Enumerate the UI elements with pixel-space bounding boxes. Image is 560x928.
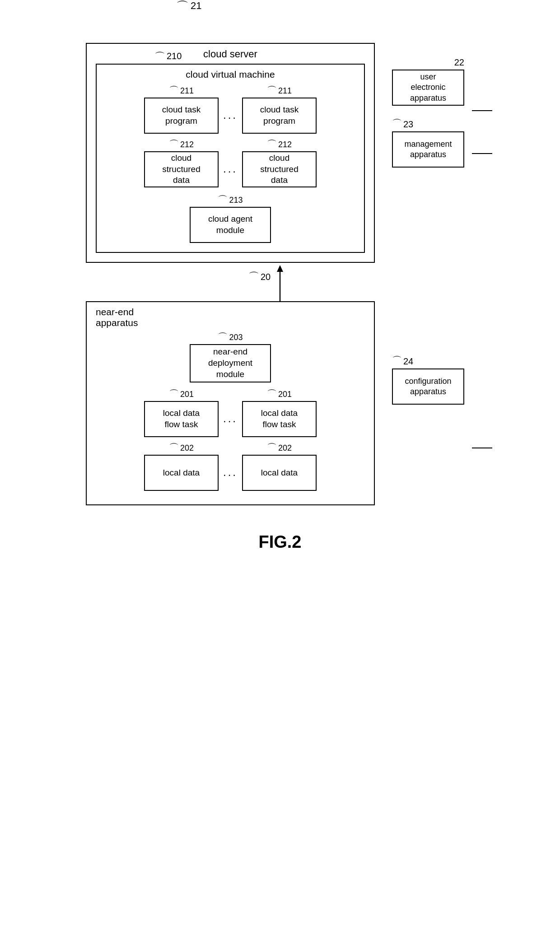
near-end-deployment-wrapper: ⌒ 203 near-end deployment module — [96, 333, 365, 382]
cloud-task-program-box-1: cloud task program — [144, 98, 219, 134]
management-apparatus-wrapper: ⌒ 23 management apparatus — [392, 119, 464, 168]
local-data-flow-task-label-2: local data flow task — [261, 408, 298, 430]
management-apparatus-box: management apparatus — [392, 131, 464, 168]
dots-4: ... — [223, 456, 238, 479]
local-data-box-1: local data — [144, 455, 219, 491]
cloud-structured-data-label-1: cloud structured data — [162, 153, 200, 186]
config-connection-svg — [472, 441, 560, 455]
cloud-task-programs-row: ⌒ 211 cloud task program ... ⌒ 211 — [106, 86, 355, 134]
ref-202a-number: 202 — [180, 443, 194, 453]
ref-211b-number: 211 — [278, 86, 292, 96]
upward-arrow-svg — [271, 263, 289, 301]
svg-marker-3 — [277, 265, 283, 272]
ref-212b-number: 212 — [278, 140, 292, 149]
cloud-vm-label: cloud virtual machine — [106, 69, 355, 80]
ref-211a-number: 211 — [180, 86, 194, 96]
arrow-section: ⌒ 20 — [86, 263, 474, 301]
cloud-structured-data-label-2: cloud structured data — [260, 153, 298, 186]
diagram-container: ⌒ 21 cloud server ⌒ 210 cloud virtual ma… — [77, 18, 483, 552]
cloud-server-box: cloud server ⌒ 210 cloud virtual machine… — [86, 43, 375, 263]
cloud-structured-data-box-2: cloud structured data — [242, 151, 317, 187]
config-apparatus-wrapper: ⌒ 24 configuration apparatus — [392, 356, 464, 405]
cloud-structured-data-box-1: cloud structured data — [144, 151, 219, 187]
cloud-server-label: cloud server — [96, 48, 365, 60]
fig-label: FIG.2 — [258, 532, 301, 552]
ref-212a-number: 212 — [180, 140, 194, 149]
local-data-label-1: local data — [163, 467, 200, 479]
ref-20-label: ⌒ 20 — [248, 272, 271, 282]
ref-21-label: ⌒ 21 — [176, 0, 201, 12]
dots-2: ... — [223, 153, 238, 175]
local-data-flow-task-box-1: local data flow task — [144, 401, 219, 437]
cloud-agent-module-label: cloud agent module — [208, 214, 252, 236]
local-data-flow-task-label-1: local data flow task — [163, 408, 200, 430]
ref-202b-number: 202 — [278, 443, 292, 453]
configuration-apparatus-label: configuration apparatus — [405, 376, 451, 397]
right-side-boxes: 22 user electronic apparatus ⌒ 23 — [392, 57, 464, 168]
configuration-apparatus-box: configuration apparatus — [392, 368, 464, 405]
ref-24-number: 24 — [403, 356, 413, 367]
management-apparatus-label: management apparatus — [404, 139, 452, 160]
ref-213-number: 213 — [229, 196, 243, 205]
dots-3: ... — [223, 402, 238, 425]
ref-21-number: 21 — [191, 0, 201, 12]
ref-22-number: 22 — [454, 57, 464, 67]
cloud-task-program-box-2: cloud task program — [242, 98, 317, 134]
local-data-flow-task-box-2: local data flow task — [242, 401, 317, 437]
local-data-row: ⌒ 202 local data ... ⌒ 202 local data — [96, 443, 365, 491]
cloud-vm-box: cloud virtual machine ⌒ 211 cloud task p… — [96, 64, 365, 253]
ref-201b-number: 201 — [278, 390, 292, 399]
user-electronic-wrapper: 22 user electronic apparatus — [392, 57, 464, 106]
near-end-deployment-label: near-end deployment module — [208, 346, 252, 380]
ref-203-number: 203 — [229, 333, 243, 342]
near-end-apparatus-label: near-end apparatus — [96, 307, 365, 328]
near-end-apparatus-box: near-end apparatus ⌒ 203 near-end deploy… — [86, 301, 375, 505]
cloud-structured-data-row: ⌒ 212 cloud structured data ... ⌒ 21 — [106, 140, 355, 187]
local-data-box-2: local data — [242, 455, 317, 491]
cloud-task-program-label-1: cloud task program — [162, 104, 201, 126]
cloud-agent-wrapper: ⌒ 213 cloud agent module — [106, 196, 355, 243]
cloud-task-program-label-2: cloud task program — [260, 104, 299, 126]
near-end-deployment-box: near-end deployment module — [190, 344, 271, 382]
ref-20-number: 20 — [261, 272, 271, 282]
connection-lines-svg — [472, 84, 560, 174]
ref-210-label: ⌒ 210 — [154, 51, 182, 62]
local-data-flow-task-row: ⌒ 201 local data flow task ... ⌒ 201 loc… — [96, 390, 365, 437]
user-electronic-box: user electronic apparatus — [392, 70, 464, 106]
user-electronic-label: user electronic apparatus — [410, 72, 446, 103]
cloud-agent-module-box: cloud agent module — [190, 207, 271, 243]
local-data-label-2: local data — [261, 467, 298, 479]
ref-210-number: 210 — [167, 51, 182, 61]
dots-1: ... — [223, 99, 238, 121]
ref-201a-number: 201 — [180, 390, 194, 399]
ref-23-number: 23 — [403, 119, 413, 130]
